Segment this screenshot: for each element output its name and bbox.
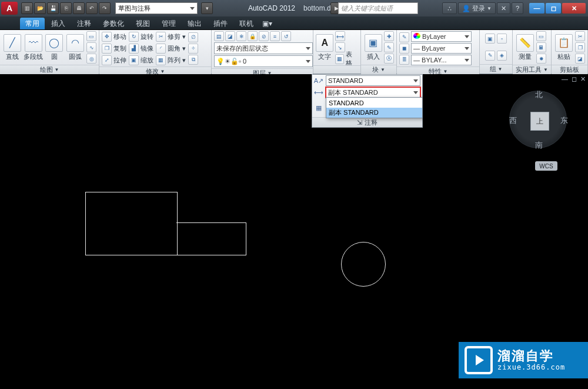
erase-icon[interactable]: ∅ xyxy=(188,32,198,42)
window-minimize-button[interactable]: — xyxy=(529,3,544,14)
search-input[interactable]: 键入关键字或短语 xyxy=(338,2,418,14)
linetype-dropdown[interactable]: — BYLAY... xyxy=(411,55,472,65)
help-icon[interactable]: ? xyxy=(512,2,523,14)
group-create-icon[interactable]: ▣ xyxy=(485,34,495,44)
paste-button[interactable]: 📋粘贴 xyxy=(554,34,574,61)
tab-output[interactable]: 输出 xyxy=(182,18,207,29)
panel-block-title[interactable]: 块▼ xyxy=(361,65,396,74)
arc-button[interactable]: ◠圆弧 xyxy=(65,34,85,61)
create-block-icon[interactable]: ✚ xyxy=(384,31,394,41)
group-ungroup-icon[interactable]: ▫ xyxy=(497,34,507,44)
qat-saveas-icon[interactable]: ⎘ xyxy=(60,2,72,14)
color-icon[interactable]: ◼ xyxy=(399,44,409,54)
group-select-icon[interactable]: ◈ xyxy=(497,51,507,61)
move-button[interactable]: ✥移动 xyxy=(102,31,128,42)
workspace-dropdown[interactable]: 草图与注释 xyxy=(115,2,198,14)
drawn-circle[interactable] xyxy=(341,242,386,287)
spline-icon[interactable]: ∿ xyxy=(86,42,96,52)
viewcube[interactable]: 北 南 西 东 上 xyxy=(506,87,570,152)
measure-button[interactable]: 📏测量 xyxy=(515,34,535,61)
dimstyle-option-copy-standard[interactable]: 副本 STANDARD xyxy=(326,108,422,118)
edit-block-icon[interactable]: ✎ xyxy=(384,42,394,52)
layer-prop-icon[interactable]: ▤ xyxy=(214,31,224,41)
group-edit-icon[interactable]: ✎ xyxy=(485,51,495,61)
tab-parametric[interactable]: 参数化 xyxy=(98,18,129,29)
scale-button[interactable]: ▣缩放 xyxy=(129,55,155,65)
layer-freeze-icon[interactable]: ❄ xyxy=(236,31,246,41)
trim-button[interactable]: ✂修剪▾ xyxy=(156,31,187,42)
qat-undo-icon[interactable]: ↶ xyxy=(86,2,98,14)
layerstate-dropdown[interactable]: 未保存的图层状态 xyxy=(214,42,313,54)
layer-dropdown[interactable]: 💡☀🔓▫ 0 xyxy=(214,55,313,67)
tab-manage[interactable]: 管理 xyxy=(156,18,181,29)
mirror-button[interactable]: ▟镜像 xyxy=(129,43,155,54)
rect-icon[interactable]: ▭ xyxy=(86,31,96,41)
copy-button[interactable]: ❐复制 xyxy=(102,43,128,54)
offset-icon[interactable]: ⧉ xyxy=(188,55,198,65)
window-maximize-button[interactable]: ◻ xyxy=(546,3,561,14)
fillet-button[interactable]: ◜圆角▾ xyxy=(156,43,187,54)
signin-button[interactable]: 👤 登录 ▼ xyxy=(458,2,496,14)
qat-redo-icon[interactable]: ↷ xyxy=(99,2,111,14)
layer-iso-icon[interactable]: ◪ xyxy=(225,31,235,41)
viewcube-north[interactable]: 北 xyxy=(535,89,543,100)
tab-insert[interactable]: 插入 xyxy=(46,18,71,29)
window-close-button[interactable]: ✕ xyxy=(562,3,586,14)
polyline-button[interactable]: 〰多段线 xyxy=(24,34,44,61)
insert-block-button[interactable]: ▣插入 xyxy=(363,34,383,61)
exchange-icon[interactable]: ✕ xyxy=(497,2,510,14)
color-dropdown[interactable]: ByLayer xyxy=(411,31,472,42)
select-icon[interactable]: ▭ xyxy=(536,31,546,41)
explode-icon[interactable]: ✧ xyxy=(188,44,198,54)
leader-icon[interactable]: ↘ xyxy=(335,42,345,52)
layer-off-icon[interactable]: ⊘ xyxy=(259,31,269,41)
circle-button[interactable]: ◯圆 xyxy=(45,34,65,61)
panel-draw-title[interactable]: 绘图▼ xyxy=(0,65,99,74)
qat-new-icon[interactable]: ▥ xyxy=(21,2,33,14)
table-button[interactable]: ▦表格 xyxy=(335,54,358,64)
textstyle-icon[interactable]: A↗ xyxy=(314,76,323,85)
textstyle-dropdown[interactable]: STANDARD xyxy=(326,75,420,86)
doc-restore-button[interactable]: ◻ xyxy=(572,75,577,83)
viewcube-east[interactable]: 东 xyxy=(560,115,568,126)
cut-icon[interactable]: ✂ xyxy=(575,31,585,41)
tablestyle-icon[interactable]: ▦ xyxy=(314,103,323,112)
tab-view[interactable]: 视图 xyxy=(131,18,155,29)
dim-linear-icon[interactable]: ⟷ xyxy=(335,31,345,41)
layer-prev-icon[interactable]: ↺ xyxy=(281,31,291,41)
quickcalc-icon[interactable]: 🖩 xyxy=(536,42,546,52)
layer-match-icon[interactable]: ≡ xyxy=(270,31,280,41)
ellipse-icon[interactable]: ◎ xyxy=(86,54,96,64)
viewcube-south[interactable]: 南 xyxy=(535,140,543,151)
copy-clip-icon[interactable]: ❐ xyxy=(575,42,585,52)
matchprop-icon[interactable]: ✎ xyxy=(399,32,409,42)
tab-extra-icon[interactable]: ▣▾ xyxy=(260,18,274,29)
qat-save-icon[interactable]: 💾 xyxy=(47,2,59,14)
dimstyle-dropdown[interactable]: 副本 STANDARD xyxy=(325,87,421,98)
tab-home[interactable]: 常用 xyxy=(20,18,45,29)
lineweight-dropdown[interactable]: — ByLayer xyxy=(411,43,472,54)
qat-customize-icon[interactable]: ▾ xyxy=(201,2,213,14)
qat-print-icon[interactable]: 🖶 xyxy=(73,2,85,14)
doc-minimize-button[interactable]: — xyxy=(562,75,568,83)
id-icon[interactable]: ✸ xyxy=(536,54,546,64)
tab-addins[interactable]: 插件 xyxy=(208,18,233,29)
stretch-button[interactable]: ⤢拉伸 xyxy=(102,55,128,65)
viewcube-west[interactable]: 西 xyxy=(509,115,517,126)
infocenter-icon[interactable]: ⛬ xyxy=(442,2,457,14)
tab-online[interactable]: 联机 xyxy=(234,18,259,29)
array-button[interactable]: ▦阵列▾ xyxy=(156,55,187,65)
attr-block-icon[interactable]: Ⓐ xyxy=(384,54,394,64)
line-button[interactable]: ╱直线 xyxy=(2,34,22,61)
dimstyle-icon[interactable]: ⟷ xyxy=(314,88,323,97)
dimstyle-option-standard[interactable]: STANDARD xyxy=(326,98,422,108)
tab-annotate[interactable]: 注释 xyxy=(72,18,96,29)
drawing-canvas[interactable]: A↗ STANDARD ⟷ 副本 STANDARD ▦ ⇲注释 STANDARD… xyxy=(0,74,588,389)
rotate-button[interactable]: ↻旋转 xyxy=(129,31,155,42)
panel-group-title[interactable]: 组▼ xyxy=(480,64,512,74)
drawn-rectangle-2[interactable] xyxy=(176,222,246,255)
drawn-rectangle-1[interactable] xyxy=(85,192,178,255)
viewcube-top-face[interactable]: 上 xyxy=(530,112,549,131)
app-logo[interactable]: A xyxy=(1,2,18,15)
layer-lock-icon[interactable]: 🔒 xyxy=(248,31,258,41)
